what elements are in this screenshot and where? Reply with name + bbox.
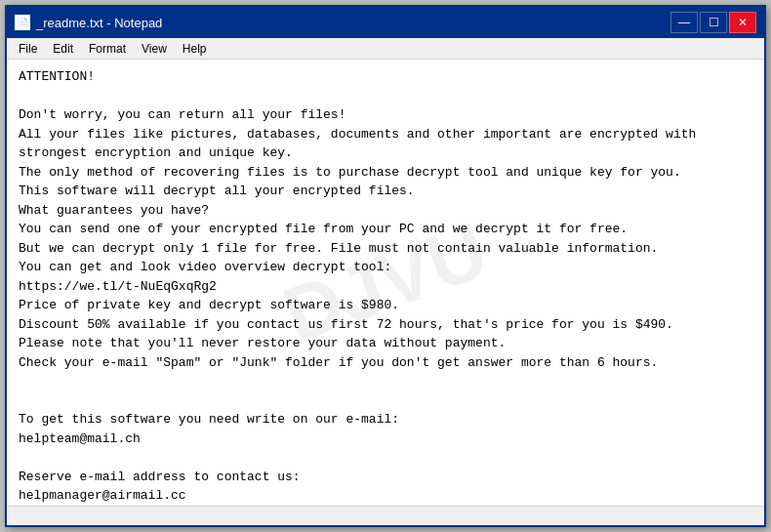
menu-view[interactable]: View	[134, 40, 175, 58]
window-controls: — ☐ ✕	[670, 12, 756, 33]
menu-file[interactable]: File	[11, 40, 45, 58]
notepad-window: 📄 _readme.txt - Notepad — ☐ ✕ File Edit …	[5, 5, 766, 527]
menu-bar: File Edit Format View Help	[7, 38, 764, 60]
window-title: _readme.txt - Notepad	[36, 16, 670, 30]
menu-help[interactable]: Help	[175, 40, 215, 58]
app-icon: 📄	[15, 15, 30, 30]
text-editor-area[interactable]: DJVU ATTENTION! Don't worry, you can ret…	[7, 60, 764, 506]
close-button[interactable]: ✕	[729, 12, 756, 33]
document-text: ATTENTION! Don't worry, you can return a…	[19, 67, 752, 506]
title-bar: 📄 _readme.txt - Notepad — ☐ ✕	[7, 7, 764, 38]
status-bar	[7, 506, 764, 525]
minimize-button[interactable]: —	[670, 12, 698, 33]
menu-edit[interactable]: Edit	[45, 40, 81, 58]
maximize-button[interactable]: ☐	[700, 12, 727, 33]
menu-format[interactable]: Format	[81, 40, 134, 58]
